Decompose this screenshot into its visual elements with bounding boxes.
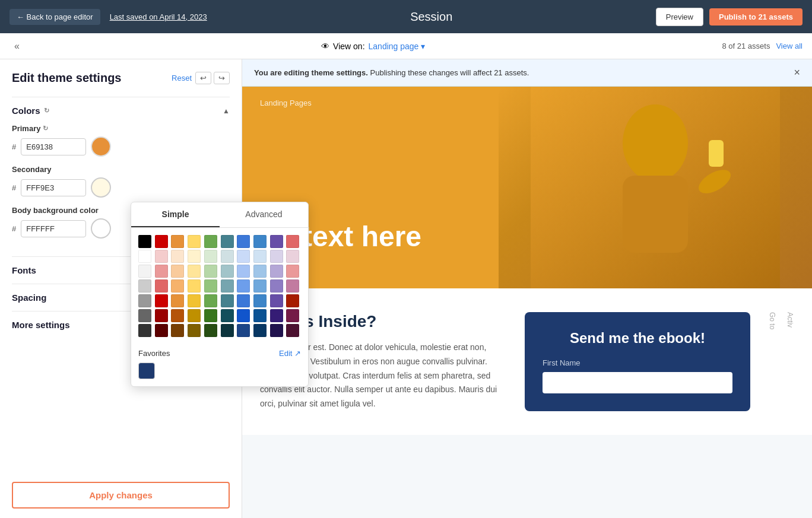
last-saved-label[interactable]: Last saved on April 14, 2023 [110,12,207,21]
color-cell[interactable] [155,279,168,293]
color-cell[interactable] [171,309,184,322]
notification-detail: Publishing these changes will affect 21 … [370,68,529,77]
color-cell[interactable] [270,279,283,293]
color-cell[interactable] [155,309,168,322]
undo-button[interactable]: ↩ [195,72,211,84]
color-cell[interactable] [204,294,217,307]
color-cell[interactable] [286,265,299,278]
color-cell[interactable] [138,250,151,263]
color-cell[interactable] [138,324,151,337]
color-cell[interactable] [286,279,299,293]
primary-color-input[interactable] [21,138,86,155]
view-all-link[interactable]: View all [776,42,803,50]
apply-changes-button[interactable]: Apply changes [12,482,230,509]
color-cell[interactable] [270,294,283,307]
color-cell[interactable] [188,250,201,263]
secondary-color-swatch[interactable] [91,177,111,198]
color-cell[interactable] [270,309,283,322]
colors-section-header[interactable]: Colors ↻ ▲ [12,97,230,124]
bg-color-swatch[interactable] [91,218,111,239]
color-cell[interactable] [286,324,299,337]
color-cell[interactable] [171,279,184,293]
collapse-sidebar-button[interactable]: « [9,39,24,54]
color-cell[interactable] [155,265,168,278]
color-cell[interactable] [171,294,184,307]
color-cell[interactable] [171,324,184,337]
edit-favorites-link[interactable]: Edit ↗ [279,349,301,358]
secondary-color-input[interactable] [21,179,86,196]
redo-button[interactable]: ↪ [214,72,230,84]
color-cell[interactable] [188,324,201,337]
color-cell[interactable] [237,265,250,278]
color-cell[interactable] [204,279,217,293]
color-cell[interactable] [237,235,250,248]
color-cell[interactable] [253,265,267,278]
color-cell[interactable] [204,250,217,263]
color-cell[interactable] [221,294,234,307]
color-cell[interactable] [204,309,217,322]
hero-breadcrumb: Landing Pages [260,98,312,107]
color-cell[interactable] [155,250,168,263]
color-cell[interactable] [270,265,283,278]
eye-icon: 👁 [321,42,329,51]
color-cell[interactable] [237,279,250,293]
color-cell[interactable] [253,250,267,263]
favorite-color-swatch[interactable] [138,363,155,379]
bg-color-input[interactable] [21,220,86,237]
notification-close-button[interactable]: × [794,66,800,79]
color-cell[interactable] [286,250,299,263]
color-cell[interactable] [188,279,201,293]
color-cell[interactable] [155,324,168,337]
color-cell[interactable] [188,265,201,278]
color-cell[interactable] [253,309,267,322]
color-cell[interactable] [286,235,299,248]
color-cell[interactable] [270,235,283,248]
color-cell[interactable] [138,309,151,322]
color-cell[interactable] [253,279,267,293]
color-cell[interactable] [237,250,250,263]
color-cell[interactable] [188,235,201,248]
color-cell[interactable] [155,235,168,248]
color-cell[interactable] [237,294,250,307]
color-cell[interactable] [221,324,234,337]
color-cell[interactable] [286,294,299,307]
color-cell[interactable] [270,324,283,337]
color-cell[interactable] [286,309,299,322]
color-cell[interactable] [253,294,267,307]
preview-button[interactable]: Preview [656,8,703,26]
color-cell[interactable] [204,265,217,278]
view-on-dropdown[interactable]: Landing page ▾ [369,42,426,51]
reset-area: Reset ↩ ↪ [172,72,230,84]
color-cell[interactable] [204,235,217,248]
publish-button[interactable]: Publish to 21 assets [709,8,803,26]
back-to-editor-button[interactable]: ← Back to page editor [9,9,100,25]
tab-advanced[interactable]: Advanced [220,202,308,227]
color-cell[interactable] [204,324,217,337]
color-cell[interactable] [171,235,184,248]
color-cell[interactable] [253,235,267,248]
color-cell[interactable] [138,294,151,307]
color-cell[interactable] [221,279,234,293]
color-cell[interactable] [138,279,151,293]
edge-bottom-label: Go to [768,312,776,411]
color-cell[interactable] [221,265,234,278]
color-cell[interactable] [188,294,201,307]
color-cell[interactable] [221,250,234,263]
favorites-section: Favorites Edit ↗ [131,344,308,386]
color-cell[interactable] [138,265,151,278]
color-cell[interactable] [253,324,267,337]
tab-simple[interactable]: Simple [131,202,220,227]
first-name-input[interactable] [543,372,732,393]
color-cell[interactable] [237,324,250,337]
color-cell[interactable] [171,250,184,263]
color-cell[interactable] [270,250,283,263]
color-cell[interactable] [221,309,234,322]
color-cell[interactable] [237,309,250,322]
reset-button[interactable]: Reset [172,74,192,82]
color-cell[interactable] [221,235,234,248]
primary-color-swatch[interactable] [91,136,111,157]
color-cell[interactable] [138,235,151,248]
color-cell[interactable] [171,265,184,278]
color-cell[interactable] [155,294,168,307]
color-cell[interactable] [188,309,201,322]
